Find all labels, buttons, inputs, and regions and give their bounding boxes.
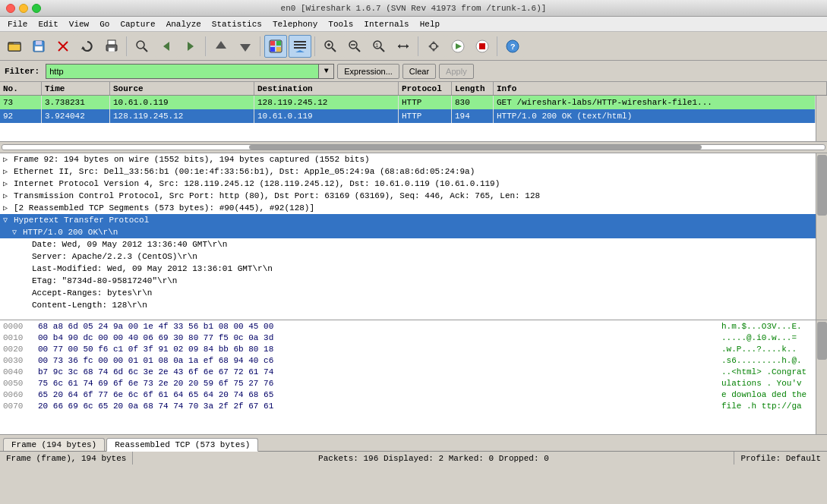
go-first-button[interactable] [210,35,232,58]
close-capture-button[interactable] [52,35,74,58]
hex-row[interactable]: 0010 00 b4 90 dc 00 00 40 06 69 30 80 77… [0,332,816,343]
hex-bytes: b7 9c 3c 68 74 6d 6c 3e 2e 43 6f 6e 67 7… [38,367,715,376]
menubar-item-go[interactable]: Go [95,19,114,30]
hex-scroll-thumb[interactable] [817,322,827,360]
hex-row[interactable]: 0070 20 66 69 6c 65 20 0a 68 74 74 70 3a… [0,400,816,411]
detail-row[interactable]: ▷ Transmission Control Protocol, Src Por… [0,190,816,202]
expand-arrow: ▷ [3,179,11,188]
menubar-item-file[interactable]: File [3,19,32,30]
hex-bytes: 00 77 00 50 f6 c1 0f 3f 91 02 09 84 bb 6… [38,345,715,354]
list-scrollbar[interactable] [816,96,827,141]
detail-row[interactable]: Last-Modified: Wed, 09 May 2012 13:36:01… [0,263,816,275]
detail-row[interactable]: ETag: "8734d-80-95817240"\r\n [0,275,816,287]
packet-row[interactable]: 73 3.738231 10.61.0.119 128.119.245.12 H… [0,96,816,109]
list-content: 73 3.738231 10.61.0.119 128.119.245.12 H… [0,96,816,141]
zoom-in-button[interactable] [319,35,342,58]
menubar-item-statistics[interactable]: Statistics [207,19,267,30]
detail-text: Content-Length: 128\r\n [32,301,147,310]
horizontal-scrollbar[interactable] [0,141,827,153]
detail-scroll-thumb[interactable] [817,155,827,216]
start-capture-button[interactable] [447,35,469,58]
hex-row[interactable]: 0040 b7 9c 3c 68 74 6d 6c 3e 2e 43 6f 6e… [0,366,816,377]
hex-row[interactable]: 0060 65 20 64 6f 77 6e 6c 6f 61 64 65 64… [0,389,816,400]
packet-list: No. Time Source Destination Protocol Len… [0,82,827,153]
detail-row[interactable]: ▷ Ethernet II, Src: Dell_33:56:b1 (00:1e… [0,165,816,178]
detail-row-http-status[interactable]: ▽ HTTP/1.0 200 OK\r\n [0,226,816,238]
detail-row[interactable]: ▷ Frame 92: 194 bytes on wire (1552 bits… [0,153,816,165]
col-header-time: Time [42,82,110,95]
menubar-item-view[interactable]: View [65,19,93,30]
print-button[interactable] [100,35,123,58]
menubar-item-telephony[interactable]: Telephony [268,19,322,30]
hex-offset: 0030 [3,356,32,365]
apply-button[interactable]: Apply [439,64,474,79]
svg-rect-19 [270,41,275,46]
autoscroll-button[interactable] [289,35,311,58]
detail-row[interactable]: ▷ Internet Protocol Version 4, Src: 128.… [0,178,816,190]
detail-row[interactable]: Date: Wed, 09 May 2012 13:36:40 GMT\r\n [0,238,816,250]
capture-options-button[interactable] [422,35,445,58]
packet-time: 3.924042 [42,109,110,123]
hex-scrollbar[interactable] [816,320,827,434]
menubar-item-internals[interactable]: Internals [359,19,413,30]
clear-button[interactable]: Clear [402,64,436,79]
detail-text: [2 Reassembled TCP Segments (573 bytes):… [14,203,314,213]
hex-ascii: .w.P...?....k.. [721,345,813,354]
col-header-destination: Destination [254,82,399,95]
help-button[interactable]: ? [501,35,524,58]
save-button[interactable] [27,35,50,58]
reload-button[interactable] [76,35,99,58]
filter-dropdown-button[interactable]: ▼ [319,64,334,79]
close-button[interactable] [6,4,15,13]
go-last-button[interactable] [234,35,257,58]
resize-cols-button[interactable] [392,35,415,58]
normal-size-button[interactable]: 1 [368,35,390,58]
status-profile-text: Profile: Default [740,454,821,463]
detail-row[interactable]: Content-Length: 128\r\n [0,299,816,311]
filter-input[interactable] [46,64,319,79]
menubar-item-help[interactable]: Help [415,19,444,30]
tab-reassembled[interactable]: Reassembled TCP (573 bytes) [106,438,258,452]
find-prev-button[interactable] [155,35,178,58]
menubar-item-tools[interactable]: Tools [324,19,358,30]
svg-rect-25 [294,47,306,49]
hex-row[interactable]: 0050 75 6c 61 74 69 6f 6e 73 2e 20 20 59… [0,377,816,389]
svg-marker-16 [216,41,226,49]
col-header-source: Source [110,82,254,95]
colorize-button[interactable] [264,35,287,58]
find-packet-button[interactable] [131,35,153,58]
h-scroll-thumb[interactable] [249,145,702,150]
hex-row[interactable]: 0000 68 a8 6d 05 24 9a 00 1e 4f 33 56 b1… [0,320,816,332]
packet-length: 830 [452,96,494,109]
hex-offset: 0010 [3,333,32,342]
detail-row-hypertext[interactable]: ▽ Hypertext Transfer Protocol [0,214,816,226]
menubar-item-capture[interactable]: Capture [115,19,159,30]
hex-offset: 0060 [3,390,32,399]
zoom-out-button[interactable] [343,35,366,58]
packet-row[interactable]: 92 3.924042 128.119.245.12 10.61.0.119 H… [0,109,816,123]
packet-source: 10.61.0.119 [110,96,254,109]
packet-destination: 10.61.0.119 [254,109,399,123]
hex-row[interactable]: 0030 00 73 36 fc 00 00 01 01 08 0a 1a ef… [0,354,816,366]
toolbar: 1 ? [0,32,827,61]
detail-row[interactable]: Server: Apache/2.2.3 (CentOS)\r\n [0,250,816,263]
packet-info: GET /wireshark-labs/HTTP-wireshark-file1… [494,96,816,109]
h-scroll-track[interactable] [2,144,825,150]
menubar-item-edit[interactable]: Edit [33,19,62,30]
hex-row[interactable]: 0020 00 77 00 50 f6 c1 0f 3f 91 02 09 84… [0,343,816,354]
find-next-button[interactable] [179,35,202,58]
packet-length: 194 [452,109,494,123]
detail-text: Transmission Control Protocol, Src Port:… [14,191,540,200]
expression-button[interactable]: Expression... [337,64,399,79]
stop-capture-button[interactable] [471,35,494,58]
maximize-button[interactable] [32,4,41,13]
open-capture-button[interactable] [3,35,26,58]
status-frame-info: Frame (frame), 194 bytes [0,452,133,465]
detail-row[interactable]: ▷ [2 Reassembled TCP Segments (573 bytes… [0,202,816,214]
detail-scrollbar[interactable] [816,153,827,320]
tab-frame[interactable]: Frame (194 bytes) [3,438,105,451]
detail-content: ▷ Frame 92: 194 bytes on wire (1552 bits… [0,153,816,320]
detail-row[interactable]: Accept-Ranges: bytes\r\n [0,287,816,299]
minimize-button[interactable] [19,4,28,13]
menubar-item-analyze[interactable]: Analyze [162,19,206,30]
